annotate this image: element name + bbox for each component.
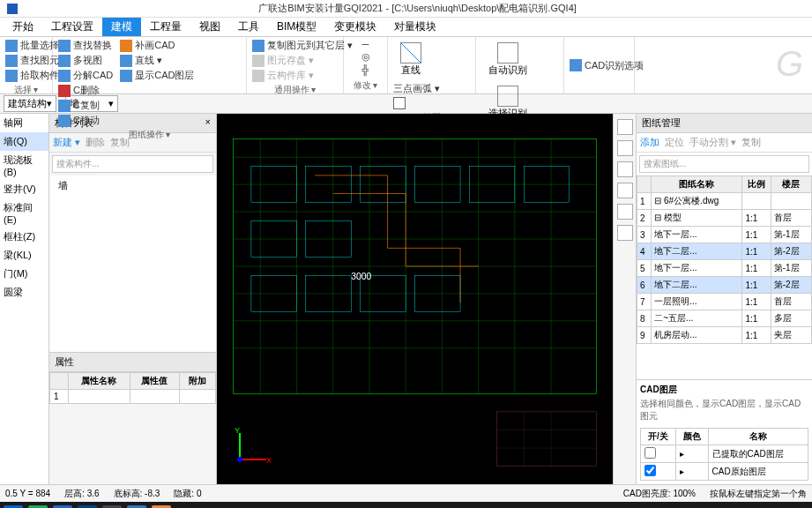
cad-layer-header: CAD图层 — [640, 384, 808, 396]
statusbar: 0.5 Y = 884 层高: 3.6 底标高: -8.3 隐藏: 0 CAD图… — [0, 484, 812, 502]
split-dwg[interactable]: 手动分割 ▾ — [689, 136, 736, 149]
search-drawings[interactable]: 搜索图纸... — [639, 155, 809, 173]
save-element: 图元存盘 ▾ — [252, 54, 353, 67]
layer-checkbox[interactable] — [644, 447, 656, 459]
comp-column[interactable]: 框柱(Z) — [0, 228, 48, 246]
layer-checkbox[interactable] — [644, 465, 656, 476]
comp-roundbeam[interactable]: 圆梁 — [0, 283, 48, 302]
copy-dwg[interactable]: 复制 — [741, 136, 761, 149]
comp-beam[interactable]: 梁(KL) — [0, 246, 48, 265]
table-row[interactable]: ▸已提取的CAD图层 — [641, 445, 808, 463]
cad-recog-options[interactable]: CAD识别选项 — [570, 39, 644, 92]
tool-1[interactable] — [617, 119, 633, 135]
add-dwg[interactable]: 添加 — [640, 136, 659, 149]
group-select-label: 选择 ▾ — [5, 82, 47, 96]
table-row[interactable]: 1⊟ 6#公寓楼.dwg — [637, 193, 812, 210]
comp-list: 墙 — [49, 176, 216, 352]
explode-cad[interactable]: 分解CAD — [58, 69, 113, 82]
mod-2[interactable]: ◎ — [361, 51, 370, 63]
menu-view[interactable]: 视图 — [190, 18, 229, 36]
table-row[interactable]: 3地下一层...1:1第-1层 — [637, 227, 812, 243]
tool-3[interactable] — [617, 161, 633, 177]
table-row[interactable]: 2⊟ 模型1:1首层 — [637, 210, 812, 227]
ribbon: 批量选择 查找图元 拾取构件 选择 ▾ 查找替换 多视图 分解CAD 补画CAD… — [0, 37, 812, 94]
draw-cad[interactable]: 补画CAD — [120, 39, 194, 52]
tool-6[interactable] — [617, 225, 633, 241]
mod-3[interactable]: ╬ — [362, 64, 369, 75]
watermark: G — [776, 44, 803, 84]
three-point-arc[interactable]: 三点画弧 ▾ — [393, 82, 440, 95]
props-table: 属性名称属性值附加 1 — [49, 372, 216, 404]
table-row[interactable]: 4地下二层...1:1第-2层 — [637, 243, 812, 260]
drawing-canvas[interactable]: 3000 Y X — [217, 114, 613, 484]
menu-tools[interactable]: 工具 — [229, 18, 268, 36]
c-delete[interactable]: C删除 — [58, 84, 100, 97]
locate-dwg[interactable]: 定位 — [665, 136, 684, 149]
floor-height: 层高: 3.6 — [64, 488, 99, 500]
copy-to-layer[interactable]: 复制图元到其它层 ▾ — [252, 39, 353, 52]
status-tip: 按鼠标左键指定第一个角 — [710, 488, 807, 500]
menu-compare[interactable]: 对量模块 — [385, 18, 445, 36]
svg-text:3000: 3000 — [351, 272, 371, 281]
structure-dropdown[interactable]: 建筑结构▾ — [4, 95, 56, 112]
bottom-elev: 底标高: -8.3 — [114, 488, 160, 500]
svg-point-38 — [237, 457, 242, 462]
pick-component[interactable]: 拾取构件 — [5, 69, 59, 82]
layer-table: 开/关颜色名称 ▸已提取的CAD图层▸CAD原始图层 — [640, 428, 808, 481]
drawing-manager: 图纸管理 添加 定位 手动分割 ▾ 复制 搜索图纸... 图纸名称比例楼层 1⊟… — [636, 114, 812, 484]
cad-layer-hint: 选择相同颜色，显示CAD图层，显示CAD图元 — [640, 396, 808, 428]
comp-wall[interactable]: 墙(Q) — [0, 132, 48, 151]
right-toolbar — [613, 114, 636, 484]
mod-1[interactable]: ─ — [362, 39, 369, 49]
group-common-label: 通用操作 ▾ — [252, 82, 338, 96]
props-panel: 属性 属性名称属性值附加 1 — [49, 352, 216, 484]
line-big[interactable]: 直线 — [393, 39, 428, 80]
dwg-header: 图纸管理 — [637, 114, 812, 133]
group-modify-label: 修改 ▾ — [349, 78, 382, 92]
menu-change[interactable]: 变更模块 — [325, 18, 385, 36]
menu-model[interactable]: 建模 — [102, 18, 141, 36]
main-area: 轴网 墙(Q) 现浇板(B) 竖井(V) 标准间(E) 框柱(Z) 梁(KL) … — [0, 114, 812, 484]
table-row[interactable]: 6地下二层...1:1第-2层 — [637, 277, 812, 294]
comp-grid[interactable]: 轴网 — [0, 114, 48, 132]
taskbar: 100% ▣ ☁ ⟳ ♪ ❘ — [0, 502, 812, 508]
batch-select[interactable]: 批量选择 — [5, 39, 59, 52]
cad-layer-panel: CAD图层 选择相同颜色，显示CAD图层，显示CAD图元 开/关颜色名称 ▸已提… — [637, 379, 812, 484]
menu-quantity[interactable]: 工程量 — [141, 18, 190, 36]
menu-project[interactable]: 工程设置 — [42, 18, 102, 36]
menubar: 开始 工程设置 建模 工程量 视图 工具 BIM模型 变更模块 对量模块 — [0, 18, 812, 37]
table-row[interactable]: 7一层照明...1:1首层 — [637, 294, 812, 310]
table-row[interactable]: 8二~五层...1:1多层 — [637, 310, 812, 327]
app-logo — [7, 4, 18, 14]
table-row[interactable]: ▸CAD原始图层 — [641, 463, 808, 481]
svg-text:X: X — [266, 456, 272, 465]
c-copy[interactable]: C复制 — [58, 99, 100, 112]
titlebar: 广联达BIM安装计量GQI2021 - [C:\Users\niuqh\Desk… — [0, 0, 812, 18]
auto-recognize[interactable]: 自动识别 — [481, 39, 534, 80]
cad-brightness: CAD图亮度: 100% — [623, 488, 696, 500]
table-row[interactable]: 9机房层动...1:1夹层 — [637, 327, 812, 344]
rect-tool[interactable] — [393, 97, 440, 109]
menu-bim[interactable]: BIM模型 — [268, 18, 325, 36]
line-tool[interactable]: 直线 ▾ — [120, 54, 194, 67]
cloud-lib: 云构件库 ▾ — [252, 69, 353, 82]
comp-room[interactable]: 标准间(E) — [0, 198, 48, 228]
tool-2[interactable] — [617, 140, 633, 156]
search-components[interactable]: 搜索构件... — [52, 155, 213, 173]
menu-start[interactable]: 开始 — [4, 18, 42, 36]
find-element[interactable]: 查找图元 — [5, 54, 59, 67]
comp-shaft[interactable]: 竖井(V) — [0, 180, 48, 198]
coord-readout: 0.5 Y = 884 — [5, 489, 50, 498]
find-replace[interactable]: 查找替换 — [58, 39, 113, 52]
c-move[interactable]: C移动 — [58, 114, 100, 127]
multi-view[interactable]: 多视图 — [58, 54, 113, 67]
tool-5[interactable] — [617, 204, 633, 220]
comp-slab[interactable]: 现浇板(B) — [0, 151, 48, 180]
list-item[interactable]: 墙 — [58, 179, 207, 192]
show-cad-layer[interactable]: 显示CAD图层 — [120, 69, 194, 82]
drawing-table: 图纸名称比例楼层 1⊟ 6#公寓楼.dwg2⊟ 模型1:1首层3地下一层...1… — [637, 176, 812, 344]
window-title: 广联达BIM安装计量GQI2021 - [C:\Users\niuqh\Desk… — [23, 2, 812, 15]
tool-4[interactable] — [617, 183, 633, 198]
table-row[interactable]: 5地下一层...1:1第-1层 — [637, 260, 812, 277]
comp-door[interactable]: 门(M) — [0, 265, 48, 283]
